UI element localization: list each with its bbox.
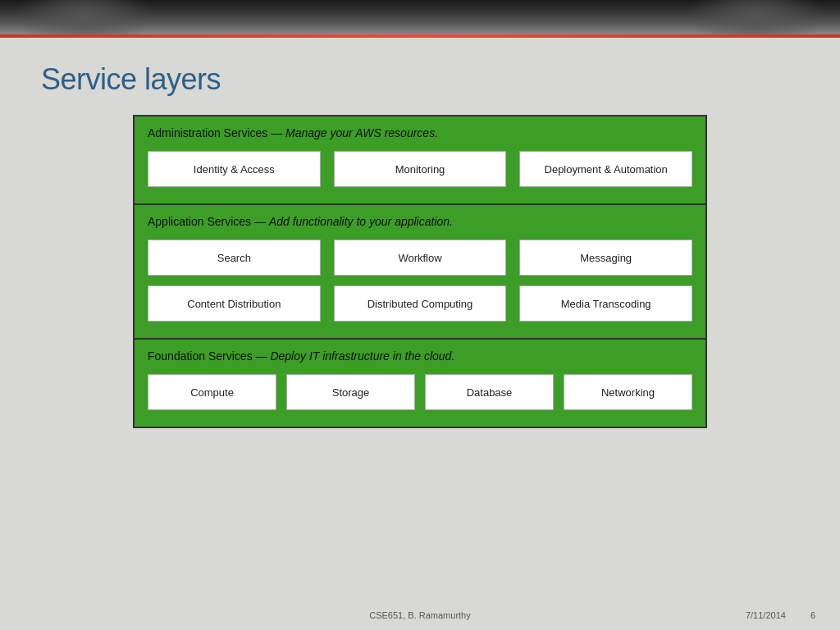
slide-title: Service layers [41, 62, 799, 97]
admin-section: Administration Services — Manage your AW… [135, 116, 705, 205]
footer-date: 7/11/2014 [746, 610, 786, 620]
app-section-title: Application Services — Add functionality… [148, 215, 692, 228]
service-box-deployment-automation: Deployment & Automation [519, 151, 692, 187]
service-box-distributed-computing: Distributed Computing [334, 285, 507, 322]
app-section: Application Services — Add functionality… [135, 205, 705, 340]
foundation-section-title: Foundation Services — Deploy IT infrastr… [148, 349, 692, 363]
admin-section-title: Administration Services — Manage your AW… [148, 126, 692, 139]
service-box-database: Database [425, 374, 554, 410]
service-box-messaging: Messaging [519, 240, 692, 276]
slide-content: Service layers Administration Services —… [0, 38, 840, 445]
header-bar [0, 0, 840, 34]
footer-right: 7/11/2014 6 [746, 610, 815, 620]
service-box-compute: Compute [148, 374, 276, 410]
service-box-identity-access: Identity & Access [148, 151, 321, 187]
foundation-grid: Compute Storage Database Networking [148, 374, 692, 410]
service-box-media-transcoding: Media Transcoding [519, 285, 692, 322]
service-box-monitoring: Monitoring [334, 151, 507, 187]
slide-footer: CSE651, B. Ramamurthy 7/11/2014 6 [0, 610, 840, 620]
service-layers-diagram: Administration Services — Manage your AW… [133, 115, 707, 428]
service-box-content-distribution: Content Distribution [148, 285, 321, 322]
service-box-networking: Networking [564, 374, 692, 410]
app-grid-row2: Content Distribution Distributed Computi… [148, 285, 692, 322]
footer-center: CSE651, B. Ramamurthy [369, 610, 471, 620]
app-grid-row1: Search Workflow Messaging [148, 240, 692, 276]
admin-grid: Identity & Access Monitoring Deployment … [148, 151, 692, 187]
service-box-storage: Storage [286, 374, 415, 410]
footer-page: 6 [810, 610, 815, 620]
service-box-workflow: Workflow [334, 240, 507, 276]
service-box-search: Search [148, 240, 321, 276]
foundation-section: Foundation Services — Deploy IT infrastr… [135, 340, 705, 427]
